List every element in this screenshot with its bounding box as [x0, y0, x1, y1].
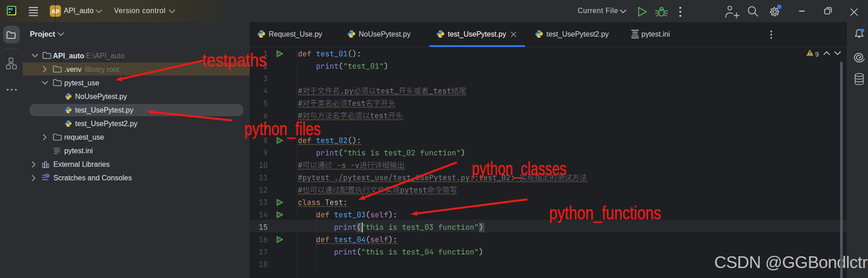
svg-text:9: 9 — [815, 50, 819, 58]
